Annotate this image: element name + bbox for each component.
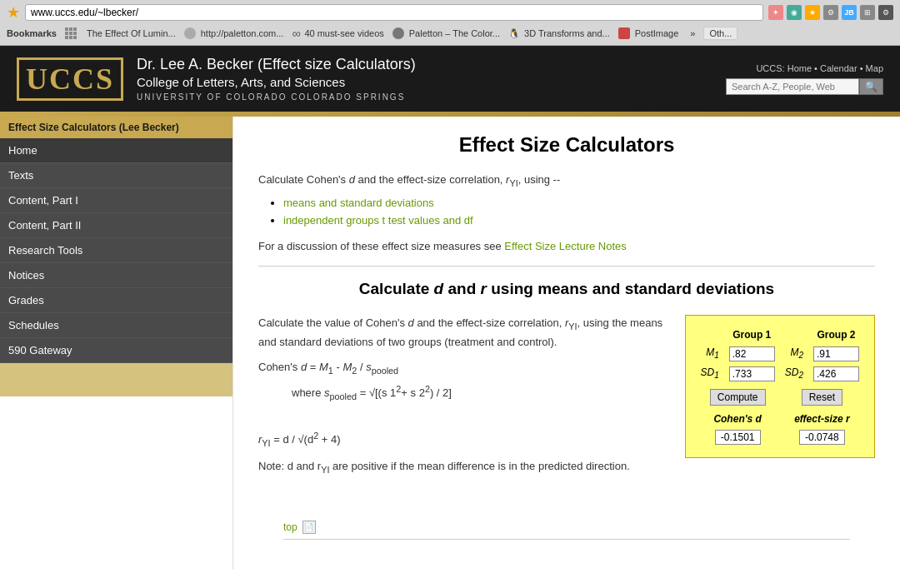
sd1-input[interactable] [729,366,775,381]
bookmark-videos[interactable]: ∞40 must-see videos [292,27,383,40]
top-link[interactable]: top [283,521,298,533]
extension-icon-7: ⚙ [878,5,893,20]
sidebar-item-grades[interactable]: Grades [0,288,232,312]
intro-sub: YI [509,178,518,188]
cohens-d-result[interactable] [715,430,761,445]
m2-label: M2 [780,344,808,364]
header-name: Dr. Lee A. Becker (Effect size Calculato… [137,56,416,73]
effect-r-label: effect-size r [780,411,864,427]
widget-group2-header: Group 2 [808,326,864,344]
footer-area: top 📄 [258,512,875,553]
sidebar-item-home[interactable]: Home [0,138,232,162]
uccs-nav-links: UCCS: Home • Calendar • Map [726,63,883,73]
sd2-input[interactable] [813,366,859,381]
discussion-text: For a discussion of these effect size me… [258,240,875,252]
m2-input[interactable] [813,346,859,361]
widget-empty-header2 [780,326,808,344]
bookmark-effect[interactable]: The Effect Of Lumin... [87,28,176,38]
extension-icon-2: ◉ [787,5,802,20]
bookmark-paletton[interactable]: http://paletton.com... [184,27,284,39]
sd1-label: SD1 [696,364,724,384]
calc-widget: Group 1 Group 2 M1 M2 SD1 [685,315,875,458]
search-button[interactable]: 🔍 [859,78,883,95]
link-means-sd[interactable]: means and standard deviations [283,197,434,209]
page-title: Effect Size Calculators [258,133,875,157]
lecture-notes-link[interactable]: Effect Size Lecture Notes [504,240,626,252]
content-area: Effect Size Calculators Calculate Cohen'… [233,117,900,570]
note-text: Note: d and rYI are positive if the mean… [258,458,668,477]
m1-input[interactable] [729,346,775,361]
m1-label: M1 [696,344,724,364]
sidebar-item-content-part-ii[interactable]: Content, Part II [0,213,232,237]
section-divider [258,266,875,267]
cohens-d-label: Cohen's d [696,411,780,427]
header-university: UNIVERSITY OF COLORADO COLORADO SPRINGS [137,92,416,102]
link-ttest[interactable]: independent groups t test values and df [283,214,473,227]
sidebar-item-schedules[interactable]: Schedules [0,313,232,337]
uccs-header: UCCS Dr. Lee A. Becker (Effect size Calc… [0,46,900,112]
sidebar-item-notices[interactable]: Notices [0,263,232,287]
effect-r-result[interactable] [799,430,845,445]
sidebar-spacer [0,363,232,396]
sidebar-item-content-part-i[interactable]: Content, Part I [0,188,232,212]
more-bookmarks[interactable]: » [690,28,695,38]
calc-text: Calculate the value of Cohen's d and the… [258,315,668,487]
extension-icon-3: ★ [805,5,820,20]
compute-button[interactable]: Compute [710,389,766,406]
star-icon: ★ [7,3,20,22]
section-heading: Calculate d and r using means and standa… [258,280,875,298]
bookmark-postimage[interactable]: PostImage [618,27,679,39]
bottom-divider [283,539,850,540]
extension-icon-5: JB [842,5,857,20]
address-bar-input[interactable] [25,4,763,21]
bookmarks-label: Bookmarks [7,28,57,38]
widget-empty-header [696,326,724,344]
sidebar-item-590-gateway[interactable]: 590 Gateway [0,338,232,362]
link-list: means and standard deviations independen… [258,197,875,227]
bookmark-3d[interactable]: 🐧3D Transforms and... [508,28,610,39]
bookmark-paletton2[interactable]: Paletton – The Color... [392,27,500,39]
uccs-logo: UCCS [17,57,123,101]
other-label: Oth... [703,27,738,40]
header-college: College of Letters, Arts, and Sciences [137,75,416,89]
sidebar-item-research-tools[interactable]: Research Tools [0,238,232,262]
page-icon: 📄 [302,521,316,534]
extension-icon-4: ⚙ [823,5,838,20]
sd2-label: SD2 [780,364,808,384]
sidebar-item-texts[interactable]: Texts [0,163,232,187]
extension-icon-6: ⊞ [860,5,875,20]
search-input[interactable] [726,78,859,95]
reset-button[interactable]: Reset [802,389,842,406]
browser-chrome: ★ ✦ ◉ ★ ⚙ JB ⊞ ⚙ Bookmarks The Effect Of… [0,0,900,46]
sidebar: Effect Size Calculators (Lee Becker) Hom… [0,117,233,570]
sidebar-title: Effect Size Calculators (Lee Becker) [0,117,232,138]
widget-group1-header: Group 1 [724,326,780,344]
bookmark-grid-icon [65,27,77,39]
extension-icon-1: ✦ [768,5,783,20]
intro-text: Calculate Cohen's d and the effect-size … [258,173,875,188]
